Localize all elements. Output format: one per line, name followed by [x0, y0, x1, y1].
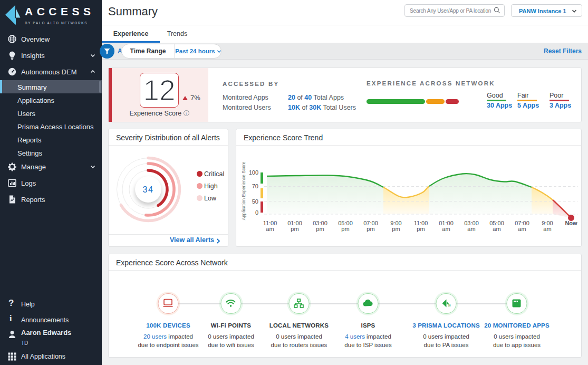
svg-text:10: 10: [448, 304, 451, 307]
